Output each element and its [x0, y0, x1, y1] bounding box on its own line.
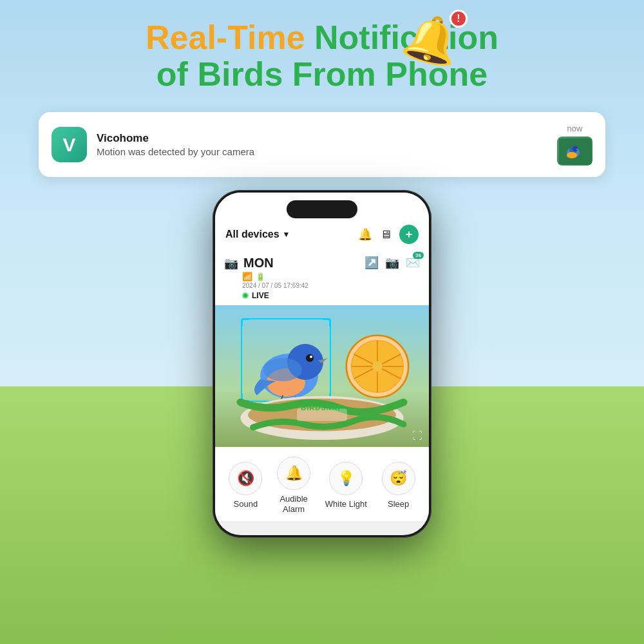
sleep-button[interactable]: 😴 — [382, 462, 415, 495]
notification-time: now — [557, 124, 592, 133]
svg-point-3 — [567, 152, 577, 158]
title-real-time: Real-Time — [146, 19, 305, 56]
notification-card: V Vicohome Motion was detected by your c… — [39, 112, 605, 177]
birdsnap-label: BIRDSNAP — [301, 404, 343, 412]
camera-info: 📷 MON 📶 🔋 2024 / 07 / 05 17:69:42 LIVE — [224, 256, 308, 300]
sleep-label: Sleep — [388, 499, 409, 509]
white-light-button[interactable]: 💡 — [329, 462, 363, 495]
timestamp: 2024 / 07 / 05 17:69:42 — [242, 282, 308, 289]
white-light-label: White Light — [325, 499, 367, 509]
white-light-control[interactable]: 💡 White Light — [325, 462, 367, 509]
day-label: MON — [243, 256, 274, 270]
wifi-icon: 📶 — [242, 272, 252, 281]
messages-badge-wrap[interactable]: ✉️ 36 — [406, 256, 420, 270]
phone-device: All devices ▼ 🔔 🖥 + 📷 MON — [213, 190, 431, 538]
title-area: Real-Time Notification of Birds From Pho… — [133, 0, 511, 106]
audible-alarm-button[interactable]: 🔔 — [277, 457, 310, 490]
add-button[interactable]: + — [399, 225, 419, 244]
live-label: LIVE — [252, 291, 269, 300]
thumb-bird-svg — [559, 138, 591, 164]
dynamic-island — [287, 200, 357, 218]
live-badge: LIVE — [242, 291, 308, 300]
message-count-badge: 36 — [413, 252, 424, 259]
status-bar: 📶 🔋 — [242, 272, 308, 281]
notification-right: now — [557, 124, 592, 166]
main-content: Real-Time Notification of Birds From Pho… — [0, 0, 644, 644]
camera-header: 📷 MON 📶 🔋 2024 / 07 / 05 17:69:42 LIVE — [215, 251, 429, 305]
audible-alarm-label: AudibleAlarm — [279, 494, 307, 514]
camera-action-icons: ↗️ 📷 ✉️ 36 — [365, 256, 420, 270]
bird-camera-view: BIRDSNAP ⛶ — [215, 305, 429, 447]
svg-point-9 — [310, 355, 312, 358]
app-name: Vicohome — [97, 132, 547, 145]
fullscreen-icon[interactable]: ⛶ — [412, 430, 422, 442]
phone-wrapper: All devices ▼ 🔔 🖥 + 📷 MON — [213, 190, 431, 538]
vicohome-logo: V — [62, 134, 75, 156]
svg-point-17 — [372, 361, 383, 372]
app-icon: V — [52, 127, 87, 162]
feeder-svg — [228, 389, 416, 447]
bell-exclaim-icon: ! — [450, 10, 468, 28]
sleep-control[interactable]: 😴 Sleep — [382, 462, 415, 509]
device-selector[interactable]: All devices ▼ — [225, 229, 290, 240]
chevron-down-icon: ▼ — [283, 230, 290, 239]
notification-message: Motion was detected by your camera — [97, 146, 547, 157]
battery-icon: 🔋 — [256, 272, 265, 281]
sound-label: Sound — [234, 499, 258, 509]
all-devices-label: All devices — [225, 229, 279, 240]
audible-alarm-control[interactable]: 🔔 AudibleAlarm — [277, 457, 310, 514]
notification-text: Vicohome Motion was detected by your cam… — [97, 132, 547, 157]
monitor-icon[interactable]: 🖥 — [380, 228, 392, 242]
svg-point-8 — [306, 354, 314, 362]
camera-snap-icon[interactable]: 📷 — [385, 256, 399, 270]
camera-device-icon: 📷 — [224, 256, 238, 270]
svg-point-10 — [263, 358, 302, 381]
header-icons: 🔔 🖥 + — [358, 225, 419, 244]
bell-header-icon[interactable]: 🔔 — [358, 227, 372, 242]
notification-thumbnail — [557, 137, 592, 166]
feeder-container — [228, 389, 416, 447]
sound-button[interactable]: 🔇 — [229, 462, 262, 495]
bottom-controls: 🔇 Sound 🔔 AudibleAlarm 💡 White Light 😴 S… — [215, 447, 429, 520]
live-dot — [242, 292, 249, 299]
share-icon[interactable]: ↗️ — [365, 256, 379, 270]
phone-screen: All devices ▼ 🔔 🖥 + 📷 MON — [215, 193, 429, 535]
sound-control[interactable]: 🔇 Sound — [229, 462, 262, 509]
